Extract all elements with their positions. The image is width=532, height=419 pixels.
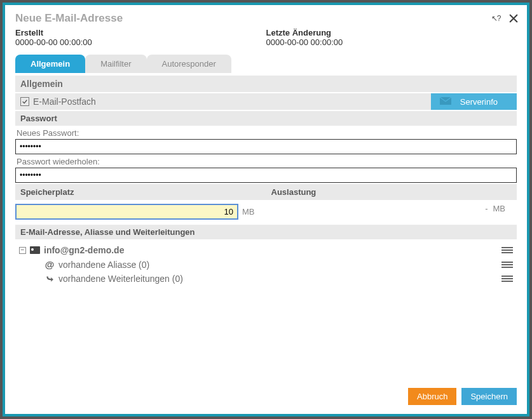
storage-input[interactable] — [15, 204, 238, 220]
tab-autoresponder[interactable]: Autoresponder — [147, 55, 231, 73]
content-area: Allgemein E-Mail-Postfach Serverinfo Pas… — [5, 73, 527, 382]
created-label: Erstellt — [15, 28, 266, 37]
created-value: 0000-00-00 00:00:00 — [15, 37, 266, 47]
tree-aliases-label: vorhandene Aliasse (0) — [58, 260, 498, 270]
at-icon: @ — [44, 259, 55, 270]
close-icon — [508, 13, 519, 24]
serverinfo-label: Serverinfo — [460, 97, 498, 107]
mailbox-checkbox[interactable] — [20, 97, 29, 106]
repeat-password-label: Passwort wiederholen: — [15, 154, 517, 168]
forward-icon — [44, 274, 55, 283]
tree-email-row: − info@gn2-demo.de — [17, 243, 515, 257]
dialog-title: Neue E-Mail-Adresse — [15, 12, 485, 25]
tree-email-menu[interactable] — [501, 245, 513, 255]
cancel-button[interactable]: Abbruch — [408, 388, 456, 405]
tab-row: Allgemein Mailfilter Autoresponder — [5, 51, 527, 73]
tree-aliases-menu[interactable] — [501, 260, 513, 270]
help-button[interactable]: ↖? — [489, 11, 503, 25]
general-header: Allgemein — [15, 76, 517, 92]
footer: Abbruch Speichern — [5, 382, 527, 414]
usage-header: Auslastung — [266, 184, 517, 200]
tree-forwards-menu[interactable] — [501, 274, 513, 284]
new-password-input[interactable] — [15, 139, 517, 154]
aliases-header: E-Mail-Adresse, Aliasse und Weiterleitun… — [15, 225, 517, 239]
mail-icon — [440, 97, 451, 107]
usage-unit: MB — [493, 204, 512, 213]
tree-expander[interactable]: − — [19, 247, 26, 254]
save-button[interactable]: Speichern — [461, 388, 517, 405]
tab-mailfilter[interactable]: Mailfilter — [85, 55, 146, 73]
mailbox-label: E-Mail-Postfach — [33, 96, 96, 107]
tree: − info@gn2-demo.de @ vorhandene Aliasse … — [15, 239, 517, 289]
serverinfo-button[interactable]: Serverinfo — [431, 93, 517, 110]
tab-general[interactable]: Allgemein — [15, 55, 85, 73]
meta-row: Erstellt 0000-00-00 00:00:00 Letzte Ände… — [5, 28, 527, 51]
titlebar: Neue E-Mail-Adresse ↖? — [5, 5, 527, 28]
modified-label: Letzte Änderung — [266, 28, 517, 37]
close-button[interactable] — [507, 11, 521, 25]
tree-forwards-row: vorhandene Weiterleitungen (0) — [17, 272, 515, 286]
help-icon: ↖? — [491, 14, 501, 23]
tree-email-label: info@gn2-demo.de — [44, 245, 498, 255]
dialog: Neue E-Mail-Adresse ↖? Erstellt 0000-00-… — [3, 3, 529, 416]
storage-header: Speicherplatz — [15, 184, 266, 200]
new-password-label: Neues Passwort: — [15, 126, 517, 139]
check-icon — [22, 98, 28, 105]
contact-icon — [30, 246, 40, 254]
password-header: Passwort — [15, 111, 517, 126]
usage-value: - — [485, 204, 488, 213]
tree-forwards-label: vorhandene Weiterleitungen (0) — [58, 274, 498, 284]
repeat-password-input[interactable] — [15, 168, 517, 183]
tree-aliases-row: @ vorhandene Aliasse (0) — [17, 257, 515, 272]
mailbox-row: E-Mail-Postfach Serverinfo — [15, 93, 517, 110]
modified-value: 0000-00-00 00:00:00 — [266, 37, 517, 47]
storage-unit: MB — [242, 207, 261, 216]
